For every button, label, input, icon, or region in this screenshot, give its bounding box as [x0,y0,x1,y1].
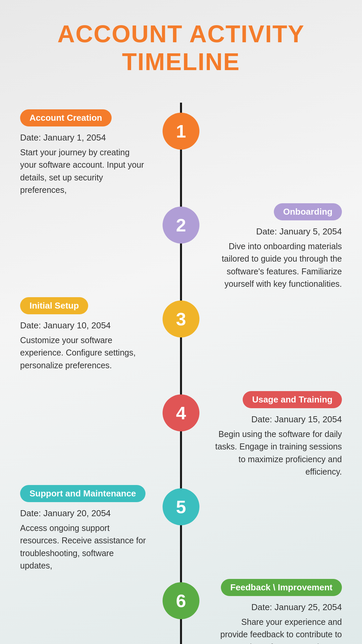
item-date-3: Date: January 10, 2054 [20,320,147,331]
item-label-6: Feedback \ Improvement [221,579,342,596]
item-label-1: Account Creation [20,109,112,126]
item-content-4: Usage and TrainingDate: January 15, 2054… [208,384,362,478]
page-title: ACCOUNT ACTIVITY TIMELINE [0,0,362,103]
item-desc-4: Begin using the software for daily tasks… [215,428,342,478]
item-desc-1: Start your journey by creating your soft… [20,146,147,197]
item-desc-5: Access ongoing support resources. Receiv… [20,522,147,572]
item-label-4: Usage and Training [243,391,342,408]
item-content-1: Account CreationDate: January 1, 2054Sta… [0,103,154,197]
item-label-2: Onboarding [274,203,342,220]
circle-3: 3 [163,301,199,337]
circle-4: 4 [163,394,199,431]
item-desc-3: Customize your software experience. Conf… [20,334,147,372]
item-desc-6: Share your experience and provide feedba… [215,616,342,644]
timeline-item-2: OnboardingDate: January 5, 2054Dive into… [0,197,362,290]
timeline: Account CreationDate: January 1, 2054Sta… [0,103,362,644]
item-date-6: Date: January 25, 2054 [215,602,342,612]
item-content-2: OnboardingDate: January 5, 2054Dive into… [208,197,362,290]
circle-2: 2 [163,207,199,244]
item-content-3: Initial SetupDate: January 10, 2054Custo… [0,290,154,372]
item-label-3: Initial Setup [20,297,88,314]
timeline-item-5: Support and MaintenanceDate: January 20,… [0,478,362,572]
item-desc-2: Dive into onboarding materials tailored … [215,240,342,290]
item-content-5: Support and MaintenanceDate: January 20,… [0,478,154,572]
item-date-4: Date: January 15, 2054 [215,414,342,425]
circle-1: 1 [163,113,199,150]
circle-6: 6 [163,582,199,619]
item-date-1: Date: January 1, 2054 [20,132,147,143]
timeline-item-4: Usage and TrainingDate: January 15, 2054… [0,384,362,478]
item-content-6: Feedback \ ImprovementDate: January 25, … [208,572,362,644]
circle-5: 5 [163,488,199,525]
item-date-5: Date: January 20, 2054 [20,508,147,519]
item-label-5: Support and Maintenance [20,485,145,502]
timeline-item-6: Feedback \ ImprovementDate: January 25, … [0,572,362,644]
item-date-2: Date: January 5, 2054 [215,226,342,237]
timeline-item-3: Initial SetupDate: January 10, 2054Custo… [0,290,362,384]
timeline-item-1: Account CreationDate: January 1, 2054Sta… [0,103,362,197]
